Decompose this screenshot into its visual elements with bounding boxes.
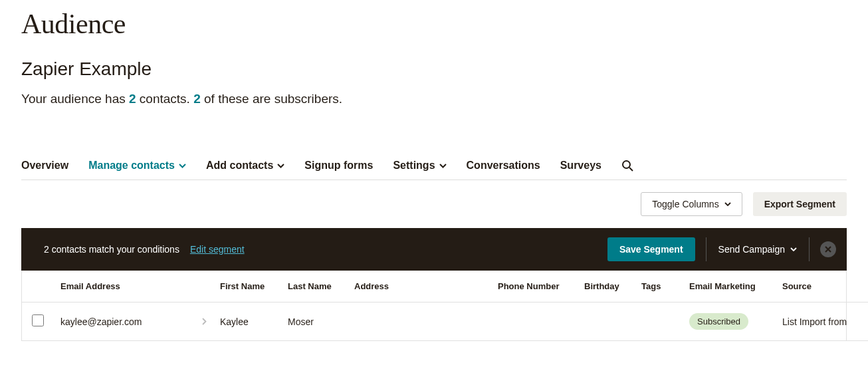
chevron-down-icon [439,164,447,168]
tabs-nav: Overview Manage contacts Add contacts Si… [21,160,847,180]
row-checkbox[interactable] [32,314,44,326]
desc-suffix: of these are subscribers. [201,92,342,106]
audience-description: Your audience has 2 contacts. 2 of these… [21,92,847,106]
svg-line-1 [629,168,633,171]
toggle-columns-button[interactable]: Toggle Columns [641,192,742,216]
desc-mid: contacts. [136,92,194,106]
svg-point-0 [623,161,630,168]
tab-signup-forms[interactable]: Signup forms [304,160,373,172]
cell-email[interactable]: kaylee@zapier.com [60,316,142,327]
toolbar: Toggle Columns Export Segment [21,180,847,228]
header-last-name[interactable]: Last Name [281,271,348,303]
cell-first-name: Kaylee [213,303,281,341]
header-tags[interactable]: Tags [635,271,683,303]
toggle-columns-label: Toggle Columns [652,199,718,209]
export-segment-button[interactable]: Export Segment [753,192,847,216]
tab-overview[interactable]: Overview [21,160,68,172]
subscribers-count[interactable]: 2 [193,92,201,106]
contacts-count[interactable]: 2 [129,92,136,106]
table-row[interactable]: kaylee@zapier.com Kaylee Moser Subscribe… [22,303,868,341]
send-campaign-button[interactable]: Send Campaign [706,237,810,261]
cell-birthday [578,303,635,341]
chevron-down-icon [724,202,731,206]
tab-settings-label: Settings [393,160,435,172]
header-email-marketing[interactable]: Email Marketing [683,271,776,303]
select-all-header [22,271,54,303]
cell-source: List Import from [776,303,868,341]
header-email[interactable]: Email Address [54,271,213,303]
contacts-table: Email Address First Name Last Name Addre… [22,271,868,341]
page-title: Audience [21,8,847,40]
header-birthday[interactable]: Birthday [578,271,635,303]
desc-prefix: Your audience has [21,92,129,106]
tab-conversations[interactable]: Conversations [467,160,540,172]
chevron-down-icon [179,164,186,168]
tab-manage-contacts[interactable]: Manage contacts [88,160,186,172]
chevron-down-icon [790,247,797,251]
search-icon[interactable] [621,160,633,172]
tab-settings[interactable]: Settings [393,160,446,172]
status-badge: Subscribed [689,313,748,330]
tab-manage-contacts-label: Manage contacts [88,160,175,172]
save-segment-button[interactable]: Save Segment [607,237,695,261]
segment-match-text: 2 contacts match your conditions [44,244,179,255]
chevron-right-icon[interactable] [202,316,207,327]
header-phone[interactable]: Phone Number [491,271,578,303]
header-address[interactable]: Address [348,271,491,303]
chevron-down-icon [277,164,284,168]
cell-last-name: Moser [281,303,348,341]
edit-segment-link[interactable]: Edit segment [190,244,245,255]
send-campaign-label: Send Campaign [718,244,785,255]
segment-bar: 2 contacts match your conditions Edit se… [21,228,847,271]
cell-phone [491,303,578,341]
tab-surveys[interactable]: Surveys [560,160,601,172]
cell-tags [635,303,683,341]
header-source[interactable]: Source [776,271,868,303]
tab-add-contacts[interactable]: Add contacts [206,160,284,172]
tab-add-contacts-label: Add contacts [206,160,273,172]
header-first-name[interactable]: First Name [213,271,281,303]
audience-name: Zapier Example [21,59,847,80]
cell-address [348,303,491,341]
close-icon[interactable] [820,241,836,257]
